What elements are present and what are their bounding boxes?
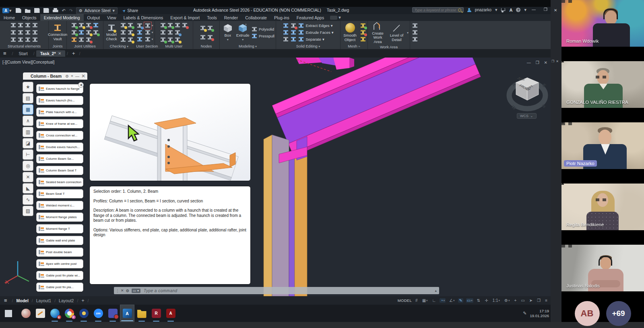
wcs-selector[interactable]: WCS⌄ — [517, 113, 537, 119]
extract-edges-icon[interactable] — [298, 23, 304, 29]
connection-type-item[interactable]: Apex with centre post — [36, 259, 83, 268]
mu-local-icon[interactable] — [174, 22, 181, 28]
presspull-button[interactable]: Presspull — [251, 33, 275, 39]
app-logo-icon[interactable]: A — [2, 8, 9, 13]
close-tab-icon[interactable]: ✕ — [58, 52, 62, 56]
taskbar-app-icon[interactable]: A — [166, 309, 175, 318]
audit-checking-icon[interactable] — [127, 37, 134, 43]
search-icon[interactable] — [458, 8, 461, 12]
participant-tile[interactable]: GONZALO VALIÑO RIESTRA — [561, 61, 644, 122]
file-tab[interactable]: Task_2* ✕ — [36, 50, 65, 57]
taskbar-app-icon[interactable] — [21, 309, 31, 318]
connection-type-item[interactable]: Moment flange plates — [36, 212, 83, 222]
section-contour-icon[interactable] — [144, 29, 151, 35]
participant-tile[interactable]: Roman Wdowik — [561, 0, 644, 61]
category-button[interactable]: ◎ — [23, 161, 33, 171]
command-grip-icon[interactable]: ⋮ — [116, 289, 120, 293]
category-button[interactable]: ▦ — [23, 104, 33, 115]
ribbon-tab[interactable]: Tools — [203, 14, 221, 21]
recent-commands-icon[interactable]: ▭▾ — [132, 289, 141, 293]
joint-section-icon[interactable] — [93, 22, 99, 28]
node-branch-icon[interactable] — [200, 34, 206, 40]
mu-takeover-icon[interactable] — [160, 22, 166, 28]
panel-label[interactable]: Joint Utilities — [67, 44, 103, 49]
stair-icon[interactable] — [32, 22, 38, 28]
joint-delete-icon[interactable] — [85, 37, 92, 43]
ribbon-tab[interactable]: Home — [0, 14, 19, 21]
compass-s[interactable]: S — [541, 103, 546, 109]
participant-tile[interactable]: Piotr Nazarko — [561, 122, 644, 184]
ribbon-tab[interactable]: Extended Modeling — [40, 14, 84, 21]
paste-icon[interactable] — [412, 29, 418, 35]
panel-label[interactable]: Modeling ▾ — [220, 44, 276, 49]
union-icon[interactable] — [283, 23, 289, 29]
dialog-pin-icon[interactable]: ⌖ — [71, 74, 73, 78]
status-toggle-icon[interactable]: + — [514, 298, 518, 303]
clash-check-icon[interactable] — [120, 22, 126, 28]
extrude-faces-button[interactable]: Extrude Faces — [305, 30, 330, 35]
store-cart-icon[interactable] — [501, 8, 506, 12]
mu-refresh-icon[interactable] — [167, 22, 173, 28]
panel-label[interactable]: Multi User — [155, 44, 193, 49]
panel-label[interactable]: Checking ▾ — [103, 44, 135, 49]
category-button[interactable]: ▨ — [23, 206, 33, 216]
bracing-icon[interactable] — [10, 37, 17, 43]
overflow-avatar[interactable]: AB — [575, 301, 600, 326]
connection-type-item[interactable]: Gable post fin plate wi... — [36, 271, 83, 280]
connection-type-item[interactable]: Post double beam — [36, 248, 83, 257]
connection-vault-button[interactable]: Connection Vault — [48, 24, 67, 41]
panel-label[interactable]: Structural elements — [0, 44, 48, 49]
collapse-list-button[interactable]: ◀ — [78, 82, 84, 88]
status-toggle-icon[interactable]: ✎ — [458, 298, 463, 303]
category-button[interactable]: ⊢ — [23, 149, 33, 160]
portal-frame-icon[interactable] — [17, 22, 24, 28]
participant-tile[interactable]: Justinas Balodis — [561, 245, 644, 306]
status-toggle-icon[interactable]: ◔▾ — [440, 298, 446, 303]
connection-type-item[interactable]: Moment flange T — [36, 224, 83, 233]
column-grid-icon[interactable] — [17, 29, 24, 35]
connection-type-item[interactable]: Welded moment c... — [36, 201, 83, 210]
section-behavior-icon[interactable] — [144, 23, 151, 29]
status-toggle-icon[interactable]: ⚙▾ — [504, 298, 510, 303]
status-toggle-icon[interactable]: ⇅ — [476, 298, 481, 303]
taskbar-app[interactable] — [19, 305, 33, 322]
connection-type-item[interactable]: Eaves haunch to flange — [36, 84, 83, 93]
mu-team-icon[interactable] — [174, 37, 181, 43]
extrude-faces-icon[interactable] — [298, 29, 304, 35]
dome-icon[interactable] — [25, 37, 31, 43]
level-of-detail-button[interactable]: Level of Detail — [388, 24, 405, 42]
taskbar-app[interactable] — [33, 305, 47, 322]
search-input[interactable] — [415, 8, 456, 12]
ribbon-tab[interactable]: Collaborate — [242, 14, 270, 21]
share-button[interactable]: ➤ Share — [122, 8, 138, 13]
purlin-icon[interactable] — [17, 37, 24, 43]
create-work-area-button[interactable]: Create Work Area — [369, 22, 386, 44]
shell-icon[interactable] — [290, 36, 297, 42]
open-file-icon[interactable] — [25, 8, 31, 13]
save-icon[interactable] — [34, 8, 40, 13]
undo-icon[interactable]: ↶ — [62, 8, 66, 13]
help-dropdown-icon[interactable]: ▾ — [524, 7, 526, 12]
status-toggle-icon[interactable]: ▭▾ — [466, 298, 473, 303]
refine-mesh-icon[interactable] — [360, 36, 366, 42]
ribbon-tab[interactable]: Labels & Dimensions — [120, 14, 167, 21]
smooth-more-icon[interactable] — [360, 23, 366, 29]
taskbar-app[interactable] — [76, 305, 91, 322]
joint-copy-icon[interactable] — [71, 29, 77, 35]
layout-tab[interactable]: Layout2 — [56, 298, 77, 303]
dialog-settings-icon[interactable]: ⚙ — [65, 74, 69, 78]
drawing-close-icon[interactable]: ✕ — [544, 60, 547, 65]
category-button[interactable]: ∿ — [23, 194, 33, 205]
slice-icon[interactable] — [290, 29, 297, 35]
joint-transfer-icon[interactable] — [78, 37, 85, 43]
taskbar-app-icon[interactable]: zm — [94, 309, 103, 318]
start-button[interactable] — [4, 309, 13, 318]
connection-type-item[interactable]: Gable post fin pla... — [36, 283, 83, 292]
mu-sync-icon[interactable] — [174, 29, 181, 35]
taskbar-app[interactable]: R — [149, 305, 163, 322]
extract-edges-button[interactable]: Extract Edges — [305, 23, 329, 28]
center-gravity-icon[interactable] — [120, 37, 126, 43]
drawing-minimize-icon[interactable]: — — [527, 60, 531, 65]
model-check-button[interactable]: Model Check — [105, 24, 118, 41]
ribbon-tab[interactable]: Export & Import — [167, 14, 203, 21]
